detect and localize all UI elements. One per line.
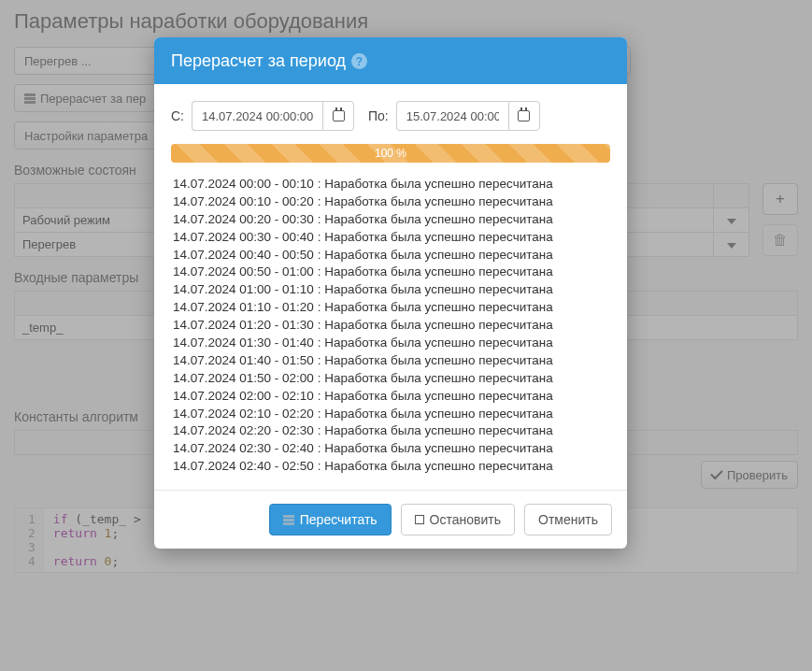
- log-line: 14.07.2024 01:40 - 01:50 : Наработка был…: [173, 352, 608, 370]
- help-icon[interactable]: ?: [351, 53, 367, 69]
- progress-bar: 100 %: [171, 144, 610, 163]
- log-line: 14.07.2024 02:40 - 02:50 : Наработка был…: [173, 458, 608, 476]
- log-line: 14.07.2024 00:50 - 01:00 : Наработка был…: [173, 264, 608, 281]
- log-line: 14.07.2024 00:10 - 00:20 : Наработка был…: [173, 193, 608, 211]
- progress-fill: 100 %: [171, 144, 610, 163]
- log-line: 14.07.2024 00:30 - 00:40 : Наработка был…: [173, 229, 608, 247]
- log-line: 14.07.2024 02:30 - 02:40 : Наработка был…: [173, 440, 608, 458]
- modal-footer: Пересчитать Остановить Отменить: [154, 490, 627, 549]
- log-line: 14.07.2024 01:00 - 01:10 : Наработка был…: [173, 281, 608, 299]
- stop-button[interactable]: Остановить: [401, 504, 515, 535]
- log-line: 14.07.2024 01:30 - 01:40 : Наработка был…: [173, 335, 608, 352]
- log-line: 14.07.2024 02:20 - 02:30 : Наработка был…: [173, 422, 608, 440]
- log-line: 14.07.2024 02:10 - 02:20 : Наработка был…: [173, 406, 608, 423]
- recalculate-button-label: Пересчитать: [300, 512, 378, 527]
- stop-button-label: Остановить: [430, 512, 501, 527]
- log-line: 14.07.2024 02:00 - 02:10 : Наработка был…: [173, 388, 608, 406]
- log-line: 14.07.2024 00:00 - 00:10 : Наработка был…: [173, 176, 608, 193]
- log-line: 14.07.2024 00:20 - 00:30 : Наработка был…: [173, 211, 608, 229]
- log-line: 14.07.2024 00:40 - 00:50 : Наработка был…: [173, 247, 608, 264]
- modal-header: Перерасчет за период ?: [154, 37, 627, 84]
- to-date-input[interactable]: [396, 101, 508, 131]
- cancel-button-label: Отменить: [538, 512, 598, 527]
- from-date-input[interactable]: [192, 101, 322, 131]
- modal-title: Перерасчет за период: [171, 51, 346, 71]
- calendar-icon: [518, 110, 530, 121]
- log-line: 14.07.2024 01:20 - 01:30 : Наработка был…: [173, 317, 608, 335]
- recalc-modal: Перерасчет за период ? С: По:: [154, 37, 627, 549]
- cancel-button[interactable]: Отменить: [524, 504, 612, 535]
- grid-icon: [283, 515, 294, 525]
- calendar-icon: [333, 110, 345, 121]
- log-line: 14.07.2024 01:10 - 01:20 : Наработка был…: [173, 299, 608, 317]
- recalculate-button[interactable]: Пересчитать: [269, 504, 392, 535]
- stop-icon: [415, 515, 424, 524]
- date-range-row: С: По:: [171, 101, 610, 131]
- from-label: С:: [171, 108, 184, 123]
- log-line: 14.07.2024 01:50 - 02:00 : Наработка был…: [173, 370, 608, 388]
- log-output[interactable]: 14.07.2024 00:00 - 00:10 : Наработка был…: [171, 172, 610, 480]
- to-label: По:: [368, 108, 389, 123]
- to-date-picker-button[interactable]: [508, 101, 540, 131]
- from-date-picker-button[interactable]: [322, 101, 354, 131]
